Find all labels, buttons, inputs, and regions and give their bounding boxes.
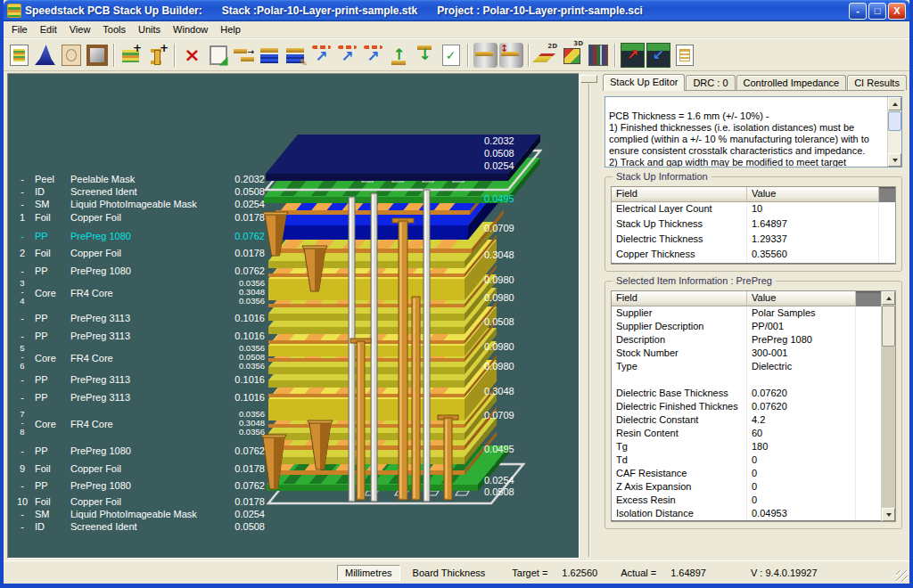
table-row[interactable]: SupplierPolar Samples [612,306,895,320]
menu-item-tools[interactable]: Tools [96,22,132,37]
tab-controlled-impedance[interactable]: Controlled Impedance [736,75,847,90]
table-row[interactable]: Z Axis Expansion0 [612,480,895,494]
calc-crosstalk-icon[interactable]: ↙ [646,43,670,68]
menu-item-view[interactable]: View [63,22,97,37]
scroll-up-button[interactable] [888,97,901,110]
view-2d-icon[interactable]: 2D [534,43,558,68]
menu-item-window[interactable]: Window [167,22,214,37]
table-row[interactable]: Excess Resin0 [612,494,895,507]
menu-item-help[interactable]: Help [214,22,247,37]
menu-item-file[interactable]: File [5,22,34,37]
drc-check-icon[interactable]: ✓ [439,43,463,68]
report-icon[interactable] [672,43,696,68]
table-row[interactable]: Resin Content60 [612,427,895,440]
table-row[interactable]: Stock Number300-001 [612,347,895,360]
trace-up-2-icon[interactable]: ↗ [335,43,359,68]
measurement-label: 0.0508 [484,486,539,497]
table-row[interactable]: CAF Resistance0 [612,467,895,480]
table-header-value[interactable]: Value [747,291,856,306]
units-box[interactable]: Millimetres [337,565,400,581]
table-scrollbar[interactable] [881,291,895,521]
layer-description: PrePreg 3113 [70,331,229,341]
scroll-thumb[interactable] [882,306,895,347]
value-cell: 10 [747,202,879,217]
edit-dielectric-glyph: ✎ [284,43,308,68]
duplicate-icon[interactable] [206,43,230,68]
calc-impedance-icon[interactable]: ↗ [621,43,645,68]
layer-number: - [13,186,31,197]
table-header-field[interactable]: Field [612,291,747,306]
table-header-field[interactable]: Field [612,187,747,202]
table-row[interactable]: Tg180 [612,440,895,453]
add-dielectric-icon[interactable] [258,43,282,68]
tab-drc-0[interactable]: DRC : 0 [686,75,735,90]
new-stack-icon[interactable] [7,43,31,68]
menu-item-edit[interactable]: Edit [34,22,63,37]
measurement-label: 0.0508 [484,316,539,327]
add-dielectric-glyph [258,43,282,68]
move-layer-icon[interactable]: → [232,43,256,68]
layer-thickness: 0.1016 [222,313,265,323]
trace-up-1-icon[interactable]: ↗ [309,43,333,68]
table-row[interactable]: Dielectric Thickness1.29337 [612,233,895,248]
layer-description: PrePreg 1080 [70,445,229,456]
delete-icon[interactable]: × [180,43,204,68]
layer-type: Foil [35,212,70,223]
layer-description: Copper Foil [70,248,229,258]
frame-icon[interactable] [85,43,109,68]
measurement-label: 0.2032 [484,135,539,146]
table-row[interactable]: Dielectric Finished Thicknes0.07620 [612,400,895,413]
table-row[interactable]: Electrical Layer Count10 [612,202,895,217]
table-row[interactable]: Td0 [612,453,895,467]
table-row[interactable]: Stack Up Thickness1.64897 [612,217,895,233]
value-cell: 60 [747,427,856,440]
table-row[interactable]: TypeDielectric [612,360,895,373]
view-3d-icon[interactable]: 3D [560,43,584,68]
scroll-thumb[interactable] [888,111,901,131]
press-close-icon[interactable] [473,43,498,68]
wizard-icon[interactable] [33,43,57,68]
move-down-icon[interactable]: ↓ [413,43,437,68]
tab-ci-results[interactable]: CI Results [847,75,907,90]
template-glyph [62,45,81,66]
table-header-value[interactable]: Value [747,187,879,202]
splitter-grip[interactable] [580,75,597,83]
scroll-up-button[interactable] [882,291,895,305]
title-bar[interactable]: Speedstack PCB Stack Up Builder: Stack :… [4,0,909,21]
add-drill-icon[interactable]: + [145,43,169,68]
table-row[interactable]: Copper Thickness0.35560 [612,248,895,263]
edit-dielectric-icon[interactable]: ✎ [284,43,308,68]
library-icon[interactable] [586,43,610,68]
close-button[interactable]: X [888,3,906,20]
scroll-down-button[interactable] [888,153,901,167]
move-down-glyph: ↓ [413,43,437,68]
table-row[interactable]: Dielectric Constant4.2 [612,413,895,427]
notes-box[interactable]: PCB Thickness = 1.6 mm (+/- 10%) - 1) Fi… [605,96,902,167]
scroll-down-button[interactable] [882,508,895,521]
resize-grip[interactable] [896,570,908,582]
trace-up-3-icon[interactable]: ↗ [361,43,385,68]
press-open-icon[interactable]: ↕ [499,43,523,68]
maximize-button[interactable]: □ [868,3,886,20]
template-icon[interactable] [59,43,83,68]
table-row[interactable]: Supplier DescriptionPP/001 [612,320,895,333]
tab-stack-up-editor[interactable]: Stack Up Editor [603,74,685,91]
move-up-icon[interactable]: ↑ [387,43,411,68]
table-row[interactable]: Dielectric Base Thickness0.07620 [612,387,895,400]
field-cell: Dielectric Thickness [612,233,747,248]
layer-thickness: 0.0508 [222,521,265,532]
stackup-canvas[interactable]: -PeelPeelable Mask0.2032-IDScreened Iden… [7,73,580,559]
table-row[interactable]: DescriptionPrePreg 1080 [612,333,895,347]
minimize-button[interactable]: - [849,3,867,20]
table-row[interactable]: Isolation Distance0.04953 [612,507,895,520]
notes-scrollbar[interactable] [887,97,901,167]
menu-item-units[interactable]: Units [132,22,167,37]
layer-number: 7 - 8 [13,410,31,437]
status-bar: Millimetres Board Thickness Target = 1.6… [4,560,909,584]
new-stack-glyph [10,45,29,66]
value-cell: PP/001 [747,320,856,333]
add-layer-icon[interactable]: + [119,43,144,68]
layer-number: - [13,231,31,241]
panel-splitter[interactable] [580,71,599,560]
table-row[interactable] [612,373,895,387]
